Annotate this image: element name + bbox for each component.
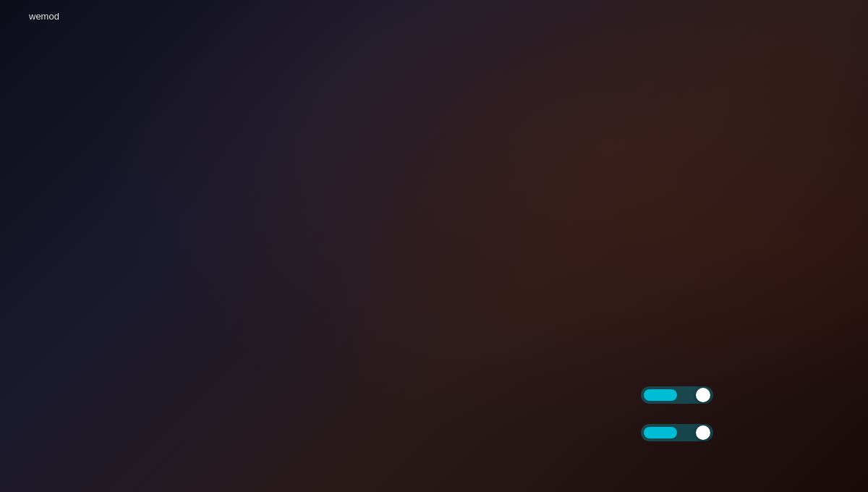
slider-thumb-movement-speed: [696, 388, 710, 402]
slider-fill-movement-speed: [644, 389, 677, 401]
background-overlay: [0, 0, 868, 492]
wemod-logo-text: wemod: [29, 11, 59, 22]
slider-fill-defense-multiplier: [644, 427, 677, 438]
app-container: wemod — □ ✕ RE4 Resident Evil 4 ☆ 🔔: [0, 0, 868, 492]
slider-thumb-defense-multiplier: [696, 425, 710, 440]
slider-track-movement-speed[interactable]: [641, 386, 713, 404]
slider-track-defense-multiplier[interactable]: [641, 424, 713, 441]
